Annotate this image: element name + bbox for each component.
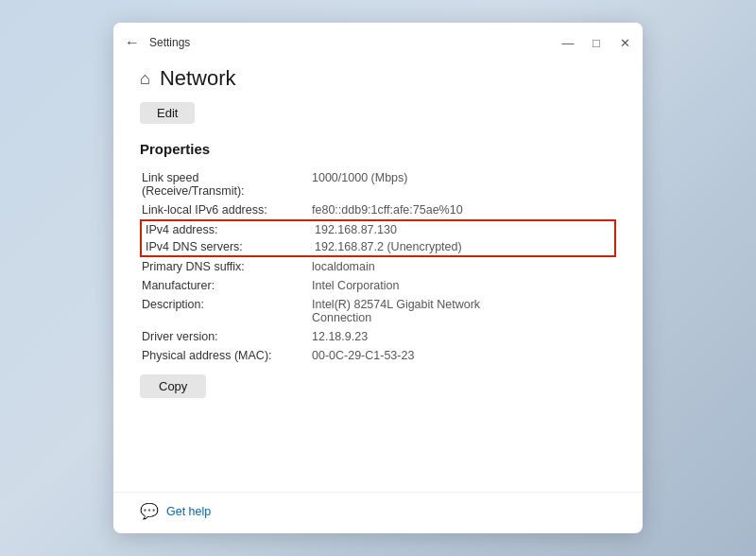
table-row: Description: Intel(R) 82574L Gigabit Net… (140, 295, 616, 327)
get-help-link[interactable]: Get help (166, 505, 211, 518)
table-row: Primary DNS suffix: localdomain (140, 257, 616, 276)
properties-section: Properties Link speed (Receive/Transmit)… (140, 141, 616, 365)
table-row: Physical address (MAC): 00-0C-29-C1-53-2… (140, 346, 616, 365)
page-header: ⌂ Network (140, 59, 616, 91)
prop-value: localdomain (310, 257, 616, 276)
prop-value: 12.18.9.23 (310, 327, 616, 346)
properties-table-bottom: Primary DNS suffix: localdomain Manufact… (140, 257, 616, 365)
settings-window: ← Settings — □ ✕ ⌂ Network Edit Properti… (113, 23, 643, 533)
prop-label: Link-local IPv6 address: (140, 200, 310, 219)
close-button[interactable]: ✕ (618, 36, 631, 49)
prop-value: Intel Corporation (310, 276, 616, 295)
prop-value-dns: 192.168.87.2 (Unencrypted) (311, 238, 615, 256)
footer: 💬 Get help (113, 492, 643, 533)
highlighted-properties: IPv4 address: 192.168.87.130 IPv4 DNS se… (140, 219, 616, 257)
prop-value: Intel(R) 82574L Gigabit NetworkConnectio… (310, 295, 616, 327)
home-icon: ⌂ (140, 69, 150, 89)
table-row: Manufacturer: Intel Corporation (140, 276, 616, 295)
prop-label-dns: IPv4 DNS servers: (141, 238, 311, 256)
table-row: Link-local IPv6 address: fe80::ddb9:1cff… (140, 200, 616, 219)
prop-label: Primary DNS suffix: (140, 257, 310, 276)
page-title: Network (160, 66, 236, 91)
titlebar-controls: — □ ✕ (561, 36, 631, 49)
main-content: ⌂ Network Edit Properties Link speed (Re… (113, 59, 643, 492)
prop-label-ipv4: IPv4 address: (141, 220, 311, 238)
table-row: Driver version: 12.18.9.23 (140, 327, 616, 346)
table-row: Link speed (Receive/Transmit): 1000/1000… (140, 168, 616, 200)
table-row-dns: IPv4 DNS servers: 192.168.87.2 (Unencryp… (141, 238, 615, 256)
back-button[interactable]: ← (125, 34, 140, 51)
prop-label: Physical address (MAC): (140, 346, 310, 365)
properties-heading: Properties (140, 141, 616, 157)
copy-button[interactable]: Copy (140, 374, 206, 398)
titlebar: ← Settings — □ ✕ (113, 23, 643, 59)
minimize-button[interactable]: — (561, 36, 575, 49)
properties-table-top: Link speed (Receive/Transmit): 1000/1000… (140, 168, 616, 219)
help-icon: 💬 (140, 502, 159, 520)
edit-button[interactable]: Edit (140, 102, 195, 124)
maximize-button[interactable]: □ (590, 36, 603, 49)
prop-value-ipv4: 192.168.87.130 (311, 220, 615, 238)
prop-value: fe80::ddb9:1cff:afe:75ae%10 (310, 200, 616, 219)
prop-label: Driver version: (140, 327, 310, 346)
prop-label: Description: (140, 295, 310, 327)
titlebar-left: ← Settings (125, 34, 190, 51)
prop-value: 1000/1000 (Mbps) (310, 168, 616, 200)
prop-label: Manufacturer: (140, 276, 310, 295)
window-title: Settings (149, 36, 190, 49)
table-row-ipv4: IPv4 address: 192.168.87.130 (141, 220, 615, 238)
prop-value: 00-0C-29-C1-53-23 (310, 346, 616, 365)
prop-label: Link speed (Receive/Transmit): (140, 168, 310, 200)
